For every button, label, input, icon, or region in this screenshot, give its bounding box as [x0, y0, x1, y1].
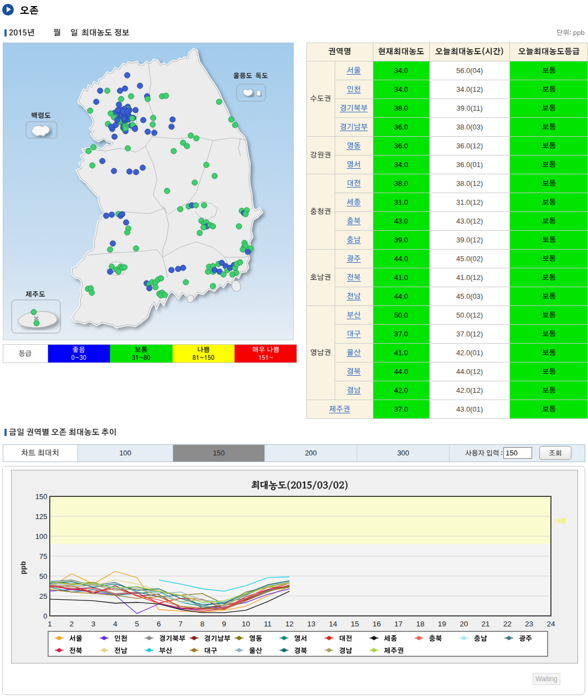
- svg-text:9: 9: [222, 620, 226, 628]
- svg-text:16: 16: [372, 620, 381, 628]
- svg-text:125: 125: [35, 512, 48, 521]
- svg-text:8: 8: [200, 620, 205, 628]
- svg-text:6: 6: [157, 620, 161, 628]
- svg-text:12: 12: [285, 620, 294, 628]
- svg-text:23: 23: [525, 620, 533, 628]
- svg-text:100: 100: [35, 532, 48, 541]
- svg-text:0: 0: [43, 612, 47, 620]
- svg-text:5: 5: [135, 620, 139, 628]
- svg-text:ppb: ppb: [19, 561, 27, 574]
- svg-text:75: 75: [39, 552, 47, 561]
- svg-text:2: 2: [70, 620, 74, 628]
- svg-text:19: 19: [438, 620, 446, 628]
- svg-text:24: 24: [547, 620, 555, 628]
- svg-text:15: 15: [351, 620, 359, 628]
- svg-text:11: 11: [264, 620, 272, 628]
- svg-text:25: 25: [39, 592, 47, 600]
- svg-text:7: 7: [179, 620, 183, 628]
- svg-text:14: 14: [329, 620, 338, 628]
- svg-text:21: 21: [481, 620, 490, 628]
- svg-text:1: 1: [48, 620, 52, 628]
- svg-text:10: 10: [242, 620, 250, 628]
- svg-text:3: 3: [91, 620, 96, 628]
- svg-text:18: 18: [416, 620, 424, 628]
- svg-text:17: 17: [394, 620, 403, 628]
- svg-text:13: 13: [307, 620, 315, 628]
- svg-text:20: 20: [460, 620, 468, 628]
- svg-text:150: 150: [35, 492, 48, 501]
- svg-text:4: 4: [113, 620, 117, 628]
- svg-text:22: 22: [503, 620, 512, 628]
- svg-text:50: 50: [39, 572, 47, 580]
